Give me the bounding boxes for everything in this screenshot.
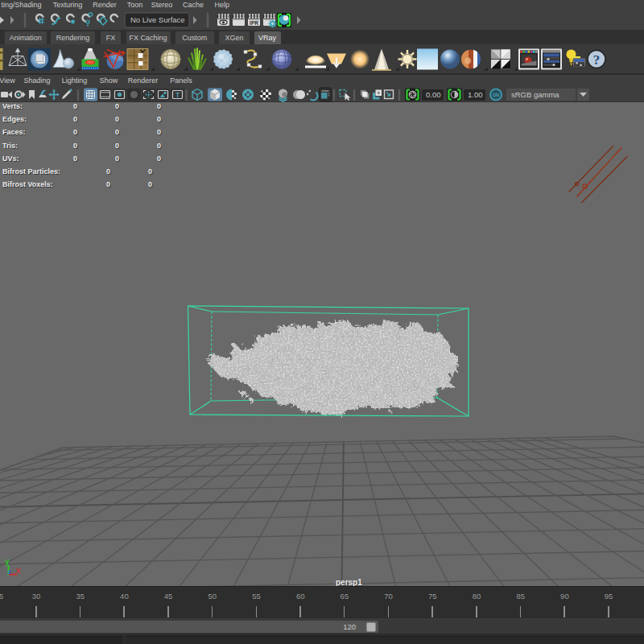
svg-text:sRGB gamma: sRGB gamma xyxy=(511,90,559,99)
svg-text:y: y xyxy=(5,557,10,566)
svg-text:?: ? xyxy=(593,52,601,68)
svg-text:IPR: IPR xyxy=(250,20,258,26)
svg-text:ON: ON xyxy=(493,93,499,97)
svg-text:T: T xyxy=(175,91,180,99)
svg-text:x: x xyxy=(16,566,21,575)
svg-text:1.00: 1.00 xyxy=(468,90,483,99)
svg-text:No Live Surface: No Live Surface xyxy=(130,15,185,24)
svg-text:0.00: 0.00 xyxy=(426,90,441,99)
svg-text:z: z xyxy=(8,568,11,576)
